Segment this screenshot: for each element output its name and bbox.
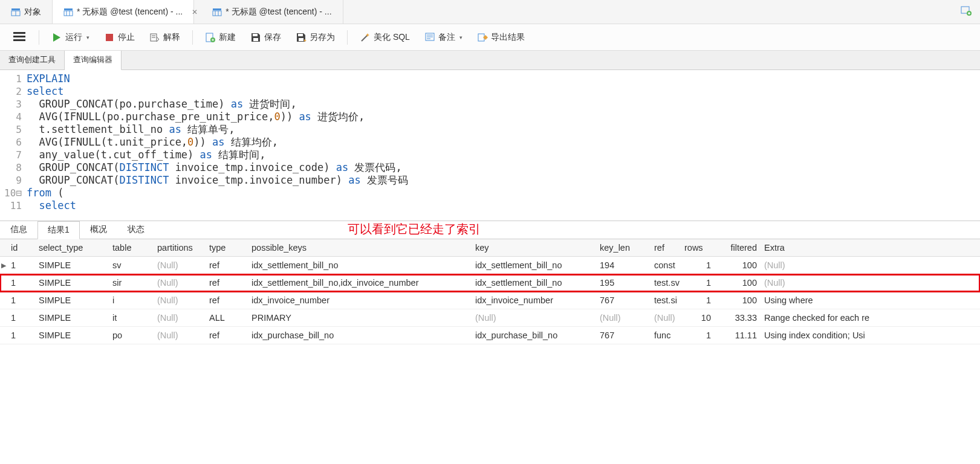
col-type[interactable]: type xyxy=(206,243,248,253)
cell: 100 xyxy=(723,260,761,270)
saveas-button[interactable]: 另存为 xyxy=(291,30,340,45)
col-possible-keys[interactable]: possible_keys xyxy=(248,243,472,253)
subtab-editor[interactable]: 查询编辑器 xyxy=(65,51,122,70)
cell: 767 xyxy=(596,295,651,305)
explain-label: 解释 xyxy=(163,32,180,43)
grid-vertical-scrollbar[interactable] xyxy=(970,239,980,344)
export-button[interactable]: 导出结果 xyxy=(472,30,530,45)
cell: idx_settlement_bill_no xyxy=(472,278,596,288)
cell: sv xyxy=(109,260,154,270)
cell: (Null) xyxy=(761,278,906,288)
cell: po xyxy=(109,330,154,340)
cell: (Null) xyxy=(596,313,651,323)
cell: 767 xyxy=(596,330,651,340)
col-select-type[interactable]: select_type xyxy=(35,243,109,253)
export-icon xyxy=(477,32,488,43)
svg-rect-19 xyxy=(106,34,113,41)
table-row[interactable]: 1SIMPLEit(Null)ALLPRIMARY(Null)(Null)(Nu… xyxy=(0,309,980,327)
tab-objects[interactable]: 对象 xyxy=(0,0,53,24)
col-id[interactable]: id xyxy=(7,243,35,253)
stop-button[interactable]: 停止 xyxy=(99,30,140,45)
cell: Using where xyxy=(761,295,906,305)
svg-rect-8 xyxy=(213,11,221,16)
col-rows[interactable]: rows xyxy=(681,243,723,253)
cell: 1 xyxy=(681,295,723,305)
cell: 10 xyxy=(681,313,723,323)
cell: 1 xyxy=(7,278,35,288)
cell: (Null) xyxy=(154,260,206,270)
cell: idx_purchase_bill_no xyxy=(472,330,596,340)
sql-editor[interactable]: 12345678910⊟11 EXPLAIN select GROUP_CONC… xyxy=(0,70,980,221)
cell: SIMPLE xyxy=(35,260,109,270)
cell: 1 xyxy=(7,260,35,270)
tab-query-2[interactable]: * 无标题 @test (tencent) - ... xyxy=(201,0,343,24)
cell: (Null) xyxy=(154,278,206,288)
save-button[interactable]: 保存 xyxy=(245,30,286,45)
cell: 194 xyxy=(596,260,651,270)
new-label: 新建 xyxy=(219,32,236,43)
svg-rect-29 xyxy=(298,34,303,36)
table-row[interactable]: ▶1SIMPLEsv(Null)refidx_settlement_bill_n… xyxy=(0,257,980,274)
col-key-len[interactable]: key_len xyxy=(596,243,651,253)
line-gutter: 12345678910⊟11 xyxy=(0,70,27,221)
cell: 100 xyxy=(723,295,761,305)
cell: idx_settlement_bill_no xyxy=(472,260,596,270)
query-icon xyxy=(212,7,222,17)
tab-label: * 无标题 @test (tencent) - ... xyxy=(226,7,331,18)
col-extra[interactable]: Extra xyxy=(761,243,906,253)
save-label: 保存 xyxy=(264,32,281,43)
menu-button[interactable] xyxy=(7,30,31,45)
col-partitions[interactable]: partitions xyxy=(154,243,206,253)
result-tab-profile[interactable]: 概况 xyxy=(80,221,117,239)
tab-query-1[interactable]: * 无标题 @test (tencent) - ... xyxy=(53,0,194,24)
result-tab-status[interactable]: 状态 xyxy=(117,221,155,239)
cell: ref xyxy=(206,278,248,288)
cell: (Null) xyxy=(154,313,206,323)
result-tab-result1[interactable]: 结果1 xyxy=(37,221,80,239)
stop-icon xyxy=(104,32,115,43)
note-icon xyxy=(424,32,435,43)
beautify-label: 美化 SQL xyxy=(374,32,410,43)
cell: ALL xyxy=(206,313,248,323)
beautify-button[interactable]: 美化 SQL xyxy=(355,30,415,45)
cell: i xyxy=(109,295,154,305)
saveas-label: 另存为 xyxy=(310,32,335,43)
result-tab-info[interactable]: 信息 xyxy=(0,221,37,239)
dropdown-icon: ▾ xyxy=(86,34,89,40)
cell: 195 xyxy=(596,278,651,288)
run-button[interactable]: 运行 ▾ xyxy=(47,30,94,45)
result-grid: id select_type table partitions type pos… xyxy=(0,239,980,344)
remark-label: 备注 xyxy=(438,32,455,43)
cell: 1 xyxy=(7,330,35,340)
table-row[interactable]: 1SIMPLEi(Null)refidx_invoice_numberidx_i… xyxy=(0,292,980,309)
table-row[interactable]: 1SIMPLEsir(Null)refidx_settlement_bill_n… xyxy=(0,274,980,292)
col-filtered[interactable]: filtered xyxy=(723,243,761,253)
cell: 100 xyxy=(723,278,761,288)
editor-subtabs: 查询创建工具 查询编辑器 xyxy=(0,51,980,70)
svg-rect-15 xyxy=(13,32,25,34)
remark-button[interactable]: 备注 ▾ xyxy=(420,30,467,45)
subtab-builder[interactable]: 查询创建工具 xyxy=(0,51,65,69)
query-icon xyxy=(63,7,73,17)
svg-marker-18 xyxy=(53,33,60,42)
explain-icon xyxy=(149,32,160,43)
new-tab-button[interactable] xyxy=(952,5,980,19)
new-button[interactable]: 新建 xyxy=(200,30,241,45)
col-table[interactable]: table xyxy=(109,243,154,253)
explain-button[interactable]: 解释 xyxy=(144,30,185,45)
table-row[interactable]: 1SIMPLEpo(Null)refidx_purchase_bill_noid… xyxy=(0,327,980,344)
tab-close-icon[interactable]: ✕ xyxy=(188,8,201,16)
svg-rect-16 xyxy=(13,36,25,37)
col-key[interactable]: key xyxy=(472,243,596,253)
code-area[interactable]: EXPLAIN select GROUP_CONCAT(po.purchase_… xyxy=(27,70,980,221)
play-icon xyxy=(51,32,62,43)
svg-rect-17 xyxy=(13,39,25,41)
editor-vertical-scrollbar[interactable] xyxy=(970,70,980,210)
cell: SIMPLE xyxy=(35,295,109,305)
cell: test.sv xyxy=(651,278,681,288)
cell: sir xyxy=(109,278,154,288)
col-ref[interactable]: ref xyxy=(651,243,681,253)
editor-horizontal-scrollbar[interactable] xyxy=(0,210,980,221)
cell: SIMPLE xyxy=(35,330,109,340)
svg-rect-0 xyxy=(11,8,20,10)
